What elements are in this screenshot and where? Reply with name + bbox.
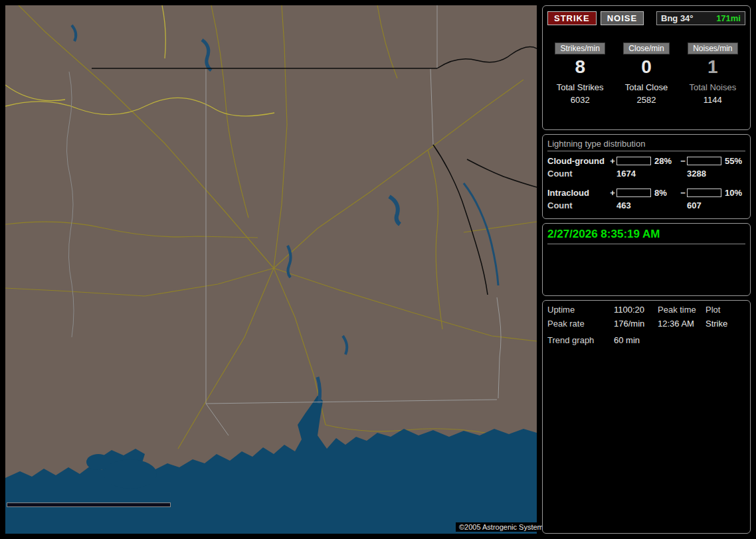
uptime-label: Uptime [547,305,614,315]
status-sidebar: STRIKE NOISE Bng 34° 171mi Strikes/min 8… [542,5,751,534]
plot-label: Plot [706,305,745,315]
total-close-value: 2582 [637,95,656,105]
bearing-distance: 171mi [716,13,741,23]
plus-sign: + [609,156,616,166]
total-strikes-label: Total Strikes [557,82,604,92]
datetime-display: 2/27/2026 8:35:19 AM [547,228,745,244]
ic-count-label: Count [547,200,609,210]
trend-graph [547,346,751,520]
peak-time-label: Peak time [658,305,706,315]
peak-rate-value: 176/min [614,319,658,329]
ic-plus-pct: 8% [651,188,679,198]
minus-sign: − [679,188,687,198]
intracloud-label: Intracloud [547,188,609,198]
total-strikes-value: 6032 [571,95,590,105]
ic-minus-pct: 10% [721,188,748,198]
bearing-display: Bng 34° 171mi [656,11,745,25]
lightning-map[interactable]: ©2005 Astrogenic Systems [5,5,537,534]
cloud-ground-label: Cloud-ground [547,156,609,166]
plus-sign: + [609,188,616,198]
ic-minus-bar [687,189,721,197]
ic-plus-bar [616,189,651,197]
ic-minus-count: 607 [687,200,748,210]
close-counter: Close/min 0 Total Close 2582 [614,42,679,105]
counters-panel: STRIKE NOISE Bng 34° 171mi Strikes/min 8… [542,5,751,130]
noises-rate-value: 1 [708,57,718,77]
trend-graph-window: 60 min [614,335,745,345]
cg-count-label: Count [547,169,609,179]
noises-per-min-chip[interactable]: Noises/min [688,42,737,54]
strikes-per-min-chip[interactable]: Strikes/min [555,42,605,54]
cg-plus-count: 1674 [616,169,679,179]
nexstorm-app-window: ©2005 Astrogenic Systems STRIKE NOISE Bn… [0,0,756,539]
strike-button[interactable]: STRIKE [547,11,597,25]
cg-minus-pct: 55% [721,156,748,166]
receiver-status-panel: 2/27/2026 8:35:19 AM [542,223,751,296]
trend-panel: Uptime 1100:20 Peak time Plot Peak rate … [542,300,751,534]
copyright-label: ©2005 Astrogenic Systems [456,522,550,532]
cg-minus-count: 3288 [687,169,748,179]
noises-counter: Noises/min 1 Total Noises 1144 [680,42,745,105]
ic-plus-count: 463 [616,200,679,210]
close-per-min-chip[interactable]: Close/min [623,42,669,54]
cg-plus-bar [616,157,651,165]
peak-time-value: 12:36 AM [658,319,706,329]
peak-rate-label: Peak rate [547,319,614,329]
uptime-value: 1100:20 [614,305,658,315]
plot-mode-value: Strike [706,319,745,329]
bearing-value: Bng 34° [661,13,694,23]
strikes-counter: Strikes/min 8 Total Strikes 6032 [547,42,613,105]
total-noises-value: 1144 [704,95,722,105]
close-rate-value: 0 [641,57,652,77]
cg-minus-bar [687,157,721,165]
total-close-label: Total Close [625,82,668,92]
total-noises-label: Total Noises [689,82,736,92]
distribution-panel: Lightning type distribution Cloud-ground… [542,134,751,219]
trend-graph-label: Trend graph [547,335,614,345]
distribution-title: Lightning type distribution [547,139,745,151]
map-canvas[interactable] [5,5,537,534]
minus-sign: − [679,156,687,166]
cg-plus-pct: 28% [651,156,679,166]
noise-button[interactable]: NOISE [601,11,644,25]
strikes-rate-value: 8 [575,57,585,77]
symbol-legend [7,502,171,507]
